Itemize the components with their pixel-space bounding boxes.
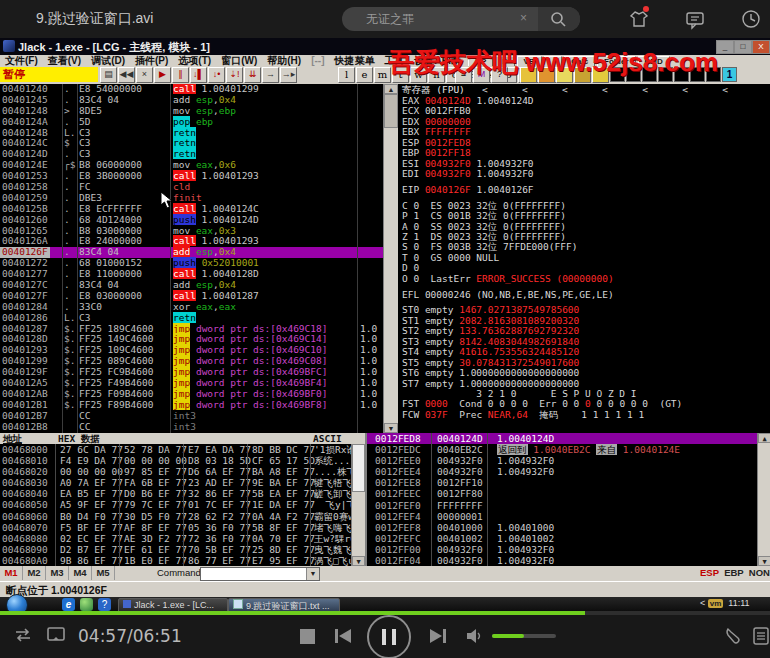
toolbar-button[interactable]: ▶ xyxy=(154,67,171,83)
stack-scrollbar[interactable]: ▲ ▼ xyxy=(757,433,770,566)
dump-row[interactable]: 00468050A5 9F EF 7779 7C EF 7701 7C EF 7… xyxy=(0,499,365,510)
register-line[interactable]: EFL 00000246 (NO,NB,E,BE,NS,PE,GE,LE) xyxy=(402,290,770,300)
menu-item[interactable]: 查看(V) xyxy=(43,55,86,66)
dump-hex-group: 5B 8F EF 77 xyxy=(247,522,315,533)
stack-row[interactable]: 0012FEE4004932F01.004932F0 xyxy=(367,466,759,477)
menu-item[interactable]: 帮助(H) xyxy=(262,55,306,66)
stack-row[interactable]: 0012FF00004932F01.004932F0 xyxy=(367,544,759,555)
toolbar-letter-l[interactable]: l xyxy=(338,67,355,83)
scroll-thumb[interactable] xyxy=(384,94,398,128)
skin-shirt-icon[interactable] xyxy=(628,8,650,30)
toolbar-button[interactable]: ◀◀ xyxy=(118,67,135,83)
disasm-row[interactable]: 0040124A.5Dpop ebp xyxy=(0,117,383,128)
toolbar-button[interactable]: ⇊ xyxy=(244,67,261,83)
next-button[interactable] xyxy=(428,627,448,645)
scroll-down-icon[interactable]: ▼ xyxy=(758,556,770,566)
disasm-flag: L. xyxy=(64,313,75,324)
dump-row[interactable]: 00468070F5 BF EF 77AF 8F EF 7705 36 F0 7… xyxy=(0,522,365,533)
ie-icon[interactable]: e xyxy=(62,598,75,611)
disasm-scrollbar[interactable]: ▲ ▼ xyxy=(383,84,398,433)
toolbar-button[interactable]: ∥ xyxy=(172,67,189,83)
stack-comment: 返回到 1.0040EB2C 来自 1.0040124E xyxy=(497,444,680,455)
stack-row[interactable]: 0012FEF400000001 xyxy=(367,511,759,522)
dump-scrollbar[interactable]: ▼ xyxy=(351,444,365,566)
register-line[interactable]: EIP 0040126F 1.0040126F xyxy=(402,185,770,195)
menu-item[interactable]: 文件(F) xyxy=(0,55,43,66)
register-line[interactable]: T 0 GS 0000 NULL xyxy=(402,253,770,263)
volume-slider[interactable] xyxy=(492,634,556,638)
stack-row[interactable]: 0012FEE80012FF10 xyxy=(367,477,759,488)
menu-item[interactable]: 窗口(W) xyxy=(216,55,262,66)
dump-hex-group: 9E BA EF 77 xyxy=(247,477,315,488)
menu-item[interactable]: 快捷菜单 xyxy=(329,55,379,66)
scroll-up-icon[interactable]: ▲ xyxy=(758,433,770,443)
menu-item[interactable]: 调试(D) xyxy=(86,55,130,66)
disasm-row[interactable]: 004012B8CCint3 xyxy=(0,422,383,433)
dump-row[interactable]: 0046800027 6C DA 7752 78 DA 77E7 EA DA 7… xyxy=(0,444,365,455)
stack-row[interactable]: 0012FEDC0040EB2C返回到 1.0040EB2C 来自 1.0040… xyxy=(367,444,759,455)
stop-button[interactable] xyxy=(300,629,315,644)
mini-player-icon[interactable] xyxy=(46,625,66,645)
settings-icon[interactable] xyxy=(722,626,742,646)
memory-tab-M5[interactable]: M5 xyxy=(92,566,115,580)
toolbar-button[interactable]: → xyxy=(262,67,279,83)
search-box[interactable]: 无证之罪 × xyxy=(342,7,580,31)
menu-item[interactable]: 插件(P) xyxy=(130,55,173,66)
scroll-down-icon[interactable]: ▼ xyxy=(384,423,398,433)
dump-row[interactable]: 00468060B0 D4 F0 7730 D5 F0 7728 62 F2 7… xyxy=(0,511,365,522)
stack-pane[interactable]: 0012FED80040124D1.0040124D0012FEDC0040EB… xyxy=(365,433,759,566)
memory-dump-pane[interactable]: 0046800027 6C DA 7752 78 DA 77E7 EA DA 7… xyxy=(0,444,365,566)
memory-tab-M1[interactable]: M1 xyxy=(0,566,23,580)
stack-row[interactable]: 0012FEEC0012FF80 xyxy=(367,488,759,499)
quick-launch-icon[interactable] xyxy=(80,598,93,611)
toolbar-letter-e[interactable]: e xyxy=(356,67,373,83)
chevron-down-icon[interactable]: ▼ xyxy=(306,568,319,580)
toolbar-button[interactable]: × xyxy=(136,67,153,83)
registers-pane[interactable]: 寄存器 (FPU) < < < < < < < EAX 0040124D 1.0… xyxy=(397,84,770,433)
search-button[interactable] xyxy=(538,7,580,31)
help-icon[interactable]: ? xyxy=(98,598,111,611)
toolbar-button[interactable]: ↓• xyxy=(208,67,225,83)
menu-item[interactable]: [--] xyxy=(306,55,329,66)
stack-row[interactable]: 0012FF04004932F01.004932F0 xyxy=(367,555,759,566)
volume-icon[interactable] xyxy=(464,627,484,645)
stack-row[interactable]: 0012FEF0FFFFFFFF xyxy=(367,500,759,511)
toolbar-button[interactable]: →▸ xyxy=(280,67,297,83)
memory-tab-M2[interactable]: M2 xyxy=(23,566,46,580)
previous-button[interactable] xyxy=(333,627,353,645)
dump-row[interactable]: 00468010F4 E9 DA 7700 00 00 00D8 03 18 5… xyxy=(0,455,365,466)
pause-button[interactable] xyxy=(367,615,411,658)
stack-row[interactable]: 0012FEF8004010001.00401000 xyxy=(367,522,759,533)
scroll-thumb[interactable] xyxy=(352,444,365,492)
command-input[interactable]: ▼ xyxy=(200,567,320,581)
scroll-up-icon[interactable]: ▲ xyxy=(384,84,398,94)
search-input[interactable]: 无证之罪 xyxy=(366,11,414,28)
playlist-icon[interactable] xyxy=(752,626,770,646)
stack-row[interactable]: 0012FED80040124D1.0040124D xyxy=(367,433,759,444)
toolbar-button[interactable]: ▤ xyxy=(100,67,117,83)
dump-row[interactable]: 0046808002 EC EF 77AE 3D F2 7772 36 F0 7… xyxy=(0,533,365,544)
dump-row[interactable]: 00468090D2 B7 EF 77EF 61 EF 7770 5B EF 7… xyxy=(0,544,365,555)
loop-icon[interactable] xyxy=(12,625,34,645)
register-line[interactable]: O 0 LastErr ERROR_SUCCESS (00000000) xyxy=(402,274,770,284)
dump-row[interactable]: 004680A09B 86 EF 771B E0 EF 7786 77 EF 7… xyxy=(0,555,365,566)
search-clear-icon[interactable]: × xyxy=(520,11,527,25)
system-tray[interactable]: < vm 11:11 xyxy=(700,598,750,608)
menu-item[interactable]: 选项(T) xyxy=(173,55,216,66)
register-line[interactable]: EDI 004932F0 1.004932F0 xyxy=(402,169,770,179)
toolbar-button[interactable]: ⇣! xyxy=(226,67,243,83)
dump-row[interactable]: 00468030A0 7A EF 77FA 6B EF 7723 AD EF 7… xyxy=(0,477,365,488)
stack-row[interactable]: 0012FEFC004010021.00401002 xyxy=(367,533,759,544)
toolbar-button[interactable]: ↓▌ xyxy=(190,67,207,83)
memory-tab-M3[interactable]: M3 xyxy=(46,566,69,580)
memory-tab-M4[interactable]: M4 xyxy=(69,566,92,580)
stack-row[interactable]: 0012FEE0004932F01.004932F0 xyxy=(367,455,759,466)
disasm-row[interactable]: 00401253.E8 3B000000call 1.00401293 xyxy=(0,171,383,182)
dump-row[interactable]: 00468040EA B5 EF 77D0 B6 EF 7732 86 EF 7… xyxy=(0,488,365,499)
comment-icon[interactable] xyxy=(684,8,706,30)
register-line[interactable]: FCW 037F Prec NEAR,64 掩码 1 1 1 1 1 1 xyxy=(402,410,770,420)
history-clock-icon[interactable] xyxy=(740,8,762,30)
disassembly-pane[interactable]: 00401240.E8 54000000call 1.0040129900401… xyxy=(0,84,383,433)
dump-row[interactable]: 0046802000 00 00 0097 85 EF 77D6 6A EF 7… xyxy=(0,466,365,477)
scroll-down-icon[interactable]: ▼ xyxy=(352,556,365,566)
